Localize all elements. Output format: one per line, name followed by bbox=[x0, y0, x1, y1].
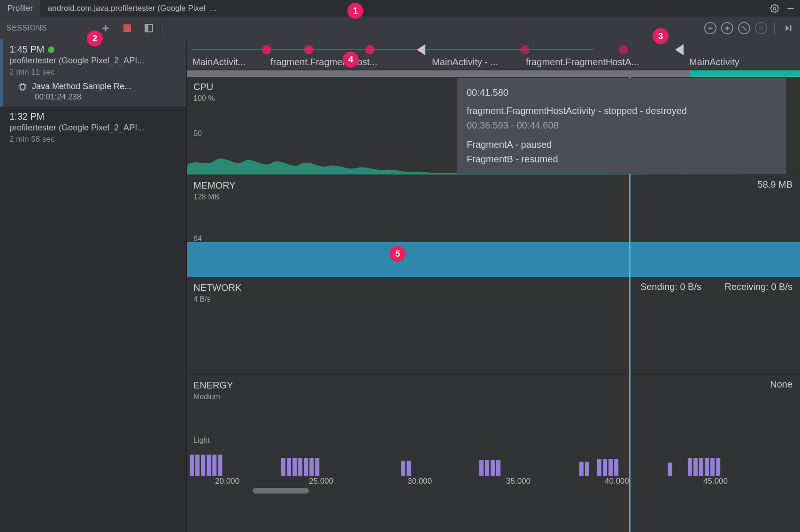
back-triangle-icon bbox=[675, 44, 684, 55]
chart-value: None bbox=[770, 379, 792, 390]
axis-label: 4 B/s bbox=[187, 295, 800, 304]
svg-rect-38 bbox=[579, 462, 584, 476]
tooltip-line: FragmentB - resumed bbox=[467, 152, 777, 167]
recording-time: 00:01:24.238 bbox=[9, 92, 179, 102]
svg-rect-48 bbox=[705, 458, 709, 476]
lifecycle-dot-icon bbox=[520, 45, 530, 54]
activity-label: fragment.FragmentHost... bbox=[270, 57, 377, 68]
svg-rect-10 bbox=[20, 84, 25, 89]
svg-rect-20 bbox=[195, 455, 200, 476]
lifecycle-dot-icon bbox=[365, 45, 375, 54]
tooltip-line: fragment.FragmentHostActivity - stopped … bbox=[467, 104, 777, 118]
zoom-in-button[interactable] bbox=[721, 22, 733, 34]
callout-2: 2 bbox=[87, 30, 103, 46]
svg-rect-45 bbox=[688, 458, 692, 476]
svg-rect-28 bbox=[298, 458, 302, 476]
svg-rect-19 bbox=[190, 455, 194, 476]
svg-rect-34 bbox=[479, 460, 484, 476]
session-item[interactable]: 1:32 PM profilertester (Google Pixel_2_A… bbox=[0, 106, 186, 149]
time-tick: 20.000 bbox=[215, 477, 239, 486]
axis-label: Light bbox=[187, 436, 210, 445]
axis-label: 50 bbox=[187, 129, 202, 138]
svg-marker-8 bbox=[786, 25, 789, 31]
activity-label: fragment.FragmentHostA... bbox=[526, 57, 639, 68]
callout-3: 3 bbox=[653, 28, 669, 44]
network-receiving: Receiving: 0 B/s bbox=[724, 281, 792, 292]
activity-label: MainActivity - ... bbox=[432, 57, 498, 68]
svg-rect-30 bbox=[309, 458, 314, 476]
svg-rect-35 bbox=[485, 460, 489, 476]
cpu-chip-icon bbox=[18, 82, 27, 91]
svg-rect-7 bbox=[760, 27, 763, 30]
title-bar: Profiler android.com.java.profilertester… bbox=[0, 0, 800, 17]
time-axis[interactable]: 20.000 25.000 30.000 35.000 40.000 45.00… bbox=[187, 476, 800, 494]
svg-rect-23 bbox=[212, 455, 216, 476]
network-chart[interactable]: NETWORK Sending: 0 B/s Receiving: 0 B/s … bbox=[187, 278, 800, 375]
svg-rect-31 bbox=[315, 458, 319, 476]
live-indicator-icon bbox=[48, 46, 54, 53]
tooltip-line: FragmentA - paused bbox=[467, 137, 777, 152]
time-tick: 25.000 bbox=[309, 477, 333, 486]
panel-toggle-button[interactable] bbox=[142, 21, 156, 35]
chart-value: 58.9 MB bbox=[758, 179, 792, 190]
time-tick: 40.000 bbox=[605, 477, 629, 486]
sessions-toolbar: SESSIONS bbox=[0, 17, 800, 39]
mini-timeline[interactable] bbox=[187, 70, 800, 77]
svg-rect-26 bbox=[287, 458, 291, 476]
settings-gear-icon[interactable] bbox=[768, 2, 781, 15]
process-tab[interactable]: android.com.java.profilertester (Google … bbox=[40, 0, 224, 16]
go-live-button[interactable] bbox=[781, 21, 795, 35]
memory-chart[interactable]: MEMORY 58.9 MB 128 MB 64 bbox=[187, 175, 800, 278]
activity-lane[interactable]: MainActivit... fragment.FragmentHost... … bbox=[187, 39, 800, 70]
profiler-timeline: MainActivit... fragment.FragmentHost... … bbox=[187, 39, 800, 532]
horizontal-scrollbar[interactable] bbox=[253, 488, 309, 494]
callout-1: 1 bbox=[347, 3, 363, 19]
zoom-out-button[interactable] bbox=[704, 22, 716, 34]
minimize-icon[interactable] bbox=[784, 2, 797, 15]
svg-rect-33 bbox=[407, 461, 411, 476]
session-time: 1:32 PM bbox=[9, 111, 179, 122]
energy-chart[interactable]: ENERGY None Medium Light bbox=[187, 375, 800, 476]
memory-area-icon bbox=[187, 242, 800, 277]
callout-4: 4 bbox=[343, 52, 359, 68]
svg-rect-42 bbox=[608, 459, 613, 476]
svg-rect-27 bbox=[292, 458, 297, 476]
network-sending: Sending: 0 B/s bbox=[640, 281, 701, 292]
svg-rect-21 bbox=[201, 455, 205, 476]
session-item[interactable]: 1:45 PM profilertester (Google Pixel_2_A… bbox=[0, 39, 186, 106]
session-name: profilertester (Google Pixel_2_API... bbox=[9, 56, 179, 66]
zoom-fit-button[interactable] bbox=[755, 22, 767, 34]
recording-label: Java Method Sample Re... bbox=[32, 82, 131, 91]
profiler-tab[interactable]: Profiler bbox=[0, 0, 40, 16]
back-triangle-icon bbox=[417, 44, 425, 55]
recording-item[interactable]: Java Method Sample Re... bbox=[9, 82, 179, 91]
axis-label: Medium bbox=[187, 393, 800, 401]
svg-rect-46 bbox=[693, 458, 698, 476]
svg-rect-29 bbox=[304, 458, 308, 476]
sessions-heading: SESSIONS bbox=[0, 24, 47, 32]
svg-rect-43 bbox=[614, 459, 618, 476]
reset-zoom-button[interactable] bbox=[738, 22, 750, 34]
svg-rect-44 bbox=[668, 463, 672, 476]
hover-tooltip: 00:41.580 fragment.FragmentHostActivity … bbox=[457, 78, 786, 174]
svg-rect-22 bbox=[207, 455, 211, 476]
lifecycle-dot-icon bbox=[304, 45, 314, 54]
activity-label: MainActivit... bbox=[192, 57, 246, 68]
time-tick: 35.000 bbox=[506, 477, 531, 486]
stop-button[interactable] bbox=[120, 21, 134, 35]
svg-rect-32 bbox=[401, 461, 405, 476]
chart-title: MEMORY bbox=[187, 180, 800, 191]
svg-point-0 bbox=[774, 7, 776, 9]
lifecycle-dot-icon bbox=[262, 45, 271, 54]
tooltip-timestamp: 00:41.580 bbox=[467, 85, 777, 100]
svg-rect-41 bbox=[603, 459, 607, 476]
time-tick: 45.000 bbox=[703, 477, 728, 486]
callout-5: 5 bbox=[390, 246, 406, 262]
svg-rect-25 bbox=[281, 458, 285, 476]
chart-title: ENERGY bbox=[187, 380, 800, 391]
svg-rect-49 bbox=[710, 458, 715, 476]
svg-rect-40 bbox=[597, 459, 601, 476]
svg-rect-36 bbox=[491, 460, 495, 476]
svg-rect-9 bbox=[790, 25, 792, 31]
session-name: profilertester (Google Pixel_2_API... bbox=[9, 123, 179, 133]
